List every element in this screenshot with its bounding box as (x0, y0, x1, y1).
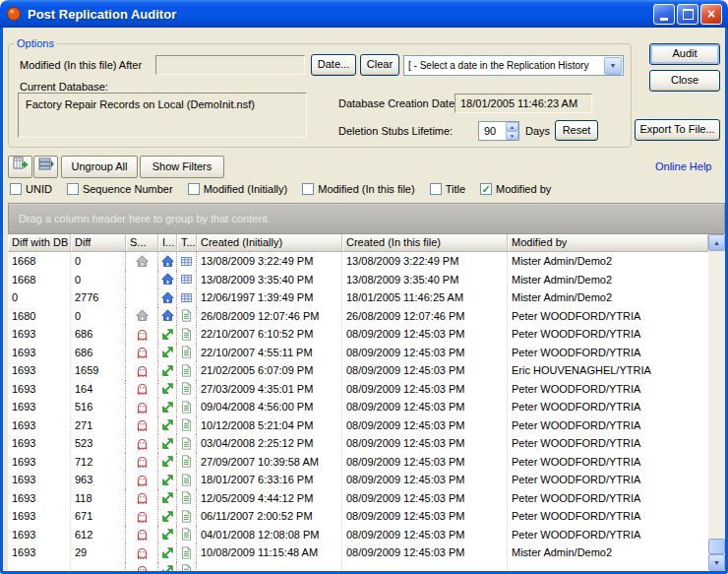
table-row[interactable]: 169367106/11/2007 2:00:52 PM08/09/2009 1… (8, 507, 708, 526)
cell: 516 (71, 398, 126, 416)
table-row[interactable] (8, 562, 708, 572)
toolbar-row-list-button[interactable] (33, 156, 58, 178)
cell: Peter WOODFORD/YTRIA (508, 344, 708, 362)
column-toggle-modified-initially[interactable]: Modified (Initially) (188, 183, 288, 195)
cell: 26/08/2009 12:07:46 PM (342, 307, 508, 326)
column-toggle-title[interactable]: Title (430, 183, 465, 195)
table-row[interactable]: 169368622/10/2007 6:10:52 PM08/09/2009 1… (8, 325, 708, 344)
table-row[interactable]: 1668013/08/2009 3:22:49 PM13/08/2009 3:2… (8, 252, 708, 271)
table-row[interactable]: 1668013/08/2009 3:35:40 PM13/08/2009 3:3… (8, 271, 708, 289)
checkbox-unchecked[interactable] (302, 183, 314, 195)
group-by-bar[interactable]: Drag a column header here to group by th… (8, 203, 725, 234)
table-row[interactable]: 16932910/08/2009 11:15:48 AM08/09/2009 1… (8, 543, 708, 562)
column-header[interactable]: Diff with DB (8, 234, 71, 251)
checkbox-checked[interactable]: ✓ (480, 183, 492, 195)
column-header[interactable]: Modified by (508, 234, 708, 251)
stubs-lifetime-value[interactable]: 90 (479, 122, 506, 140)
table-row[interactable]: 169316427/03/2009 4:35:01 PM08/09/2009 1… (8, 380, 708, 399)
ghost-icon (126, 361, 158, 380)
modified-after-label: Modified (In this file) After (20, 59, 142, 71)
cell: 963 (71, 471, 126, 489)
show-filters-button[interactable]: Show Filters (140, 156, 224, 178)
cell: 13/08/2009 3:22:49 PM (197, 252, 342, 271)
maximize-icon (683, 9, 694, 20)
column-header[interactable]: Diff (71, 234, 126, 251)
house-blue-icon (158, 307, 177, 326)
scrollbar-thumb[interactable] (708, 539, 725, 554)
minimize-icon (660, 18, 668, 21)
column-toggle-unid[interactable]: UNID (10, 183, 52, 195)
ungroup-all-button[interactable]: Ungroup All (61, 156, 138, 178)
cell: 08/09/2009 12:45:03 PM (342, 361, 508, 380)
close-window-button[interactable]: × (700, 4, 722, 25)
minimize-button[interactable] (653, 4, 675, 25)
doc-icon (177, 416, 197, 435)
table-row[interactable]: 169327110/12/2008 5:21:04 PM08/09/2009 1… (8, 416, 708, 435)
checkbox-unchecked[interactable] (430, 183, 442, 195)
reset-button[interactable]: Reset (555, 120, 598, 141)
ghost-icon (126, 526, 158, 544)
cell: 1680 (8, 307, 71, 326)
checkbox-unchecked[interactable] (188, 183, 200, 195)
spin-up-icon[interactable]: ▲ (506, 122, 518, 131)
table-row[interactable]: 169368622/10/2007 4:55:11 PM08/09/2009 1… (8, 344, 708, 362)
cell: 1693 (8, 489, 71, 508)
column-header[interactable]: Created (In this file) (342, 234, 508, 251)
column-toggle-modified-in-this-file[interactable]: Modified (In this file) (302, 183, 414, 195)
title-bar[interactable]: Post Replication Auditor × (0, 0, 728, 28)
table-row[interactable]: 169396318/01/2007 6:33:16 PM08/09/2009 1… (8, 471, 708, 489)
checkbox-unchecked[interactable] (10, 183, 22, 195)
cell: 1693 (8, 471, 71, 489)
spin-down-icon[interactable]: ▼ (506, 131, 518, 140)
ghost-icon (126, 325, 158, 344)
chevron-down-icon[interactable]: ▼ (604, 57, 622, 75)
column-header[interactable]: T... (177, 234, 197, 251)
current-database-value: Factory Repair Records on Local (DemoIni… (26, 98, 255, 110)
dropdown-selected-text: [ - Select a date in the Replication His… (404, 60, 604, 71)
arrow-in-icon (158, 562, 177, 572)
stubs-lifetime-spinner[interactable]: 90 ▲ ▼ (478, 121, 519, 141)
cell: 18/01/2005 11:46:25 AM (342, 288, 508, 307)
table-row[interactable]: 1680026/08/2009 12:07:46 PM26/08/2009 12… (8, 307, 708, 326)
table-row[interactable]: 0277612/06/1997 1:39:49 PM18/01/2005 11:… (8, 288, 708, 307)
arrow-in-icon (158, 471, 177, 489)
cell: 22/10/2007 6:10:52 PM (197, 325, 342, 344)
table-row[interactable]: 169371227/09/2007 10:39:58 AM08/09/2009 … (8, 453, 708, 472)
replication-history-dropdown[interactable]: [ - Select a date in the Replication His… (403, 55, 624, 76)
table-row[interactable]: 169361204/01/2008 12:08:08 PM08/09/2009 … (8, 526, 708, 544)
date-button[interactable]: Date... (311, 54, 356, 76)
cell: Peter WOODFORD/YTRIA (508, 434, 708, 453)
audit-button[interactable]: Audit (649, 43, 720, 65)
column-toggle-modified-by[interactable]: ✓Modified by (480, 183, 551, 195)
modified-after-field[interactable] (155, 55, 305, 75)
ghost-icon (126, 416, 158, 435)
table-row[interactable]: 169351609/04/2008 4:56:00 PM08/09/2009 1… (8, 398, 708, 416)
online-help-link[interactable]: Online Help (655, 160, 711, 172)
column-header[interactable]: S... (126, 234, 158, 251)
arrow-in-icon (158, 526, 177, 544)
export-to-file-button[interactable]: Export To File... (635, 119, 720, 141)
cell: 1693 (8, 380, 71, 399)
house-gray-icon (126, 252, 158, 271)
column-toggle-sequence-number[interactable]: Sequence Number (67, 183, 173, 195)
ghost-icon (126, 344, 158, 362)
cell: 1668 (8, 252, 71, 271)
scroll-up-icon[interactable]: ▲ (708, 234, 725, 251)
column-header[interactable]: I... (158, 234, 177, 251)
toolbar-grid-plus-button[interactable] (8, 156, 32, 178)
maximize-button[interactable] (677, 4, 698, 25)
table-row[interactable]: 169352303/04/2008 2:25:12 PM08/09/2009 1… (8, 434, 708, 453)
close-button[interactable]: Close (649, 70, 720, 92)
clear-button[interactable]: Clear (360, 54, 399, 76)
arrow-in-icon (158, 434, 177, 453)
ghost-icon (126, 562, 158, 572)
column-header[interactable]: Created (Initially) (197, 234, 342, 251)
post-replication-auditor-window: Post Replication Auditor × Options Modif… (0, 0, 728, 574)
table-row[interactable]: 1693165921/02/2005 6:07:09 PM08/09/2009 … (8, 361, 708, 380)
vertical-scrollbar[interactable]: ▲ ▼ (708, 234, 725, 571)
doc-icon (177, 453, 197, 472)
checkbox-unchecked[interactable] (67, 183, 79, 195)
scroll-down-icon[interactable]: ▼ (708, 554, 725, 571)
table-row[interactable]: 169311812/05/2009 4:44:12 PM08/09/2009 1… (8, 489, 708, 508)
cell: 08/09/2009 12:45:03 PM (342, 526, 508, 544)
